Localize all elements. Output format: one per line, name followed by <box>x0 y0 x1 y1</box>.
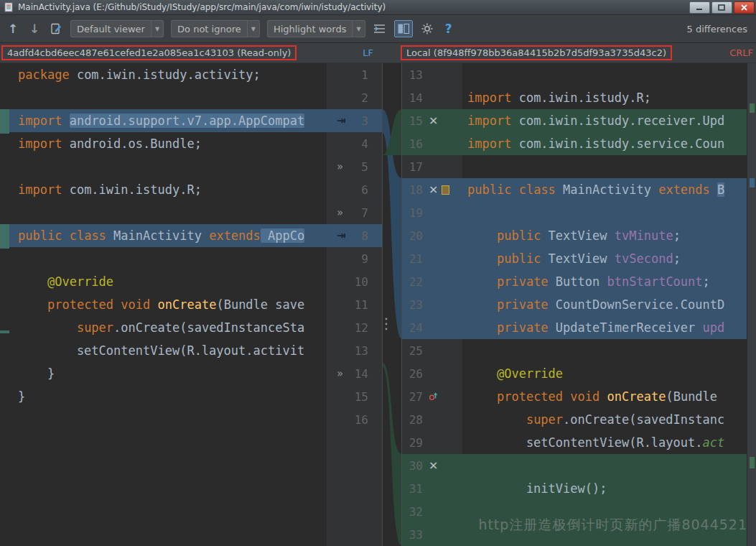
left-line-separator-badge[interactable]: LF <box>363 47 373 58</box>
code-token: protected <box>47 297 113 312</box>
code-line[interactable]: setContentView(R.layout.activit <box>10 339 327 362</box>
code-line[interactable]: protected void onCreate(Bundle save <box>10 293 327 316</box>
maximize-button[interactable] <box>711 1 732 14</box>
code-token: .onCreate(savedInstanceSta <box>113 320 304 335</box>
left-editor[interactable]: package com.iwin.istudy.activity;import … <box>10 63 327 431</box>
close-icon[interactable]: × <box>429 115 438 126</box>
code-token: initView(); <box>467 481 607 496</box>
code-token: import <box>467 91 511 105</box>
code-token: onCreate <box>158 297 217 312</box>
code-token: import <box>467 114 511 128</box>
gutter-row: »5 <box>327 155 382 178</box>
code-token: void <box>121 297 150 312</box>
code-line[interactable]: public TextView tvMinute; <box>462 224 747 247</box>
line-number: 14 <box>355 367 368 381</box>
code-token: setContentView(R.layout.activit <box>18 343 304 358</box>
help-icon[interactable]: ? <box>442 20 456 37</box>
code-line[interactable]: public class MainActivity extends B <box>462 178 747 201</box>
line-number: 7 <box>361 206 368 220</box>
apply-change-icon[interactable]: ⇥ <box>337 229 346 242</box>
code-line[interactable]: import com.iwin.istudy.receiver.Upd <box>462 109 747 132</box>
code-line[interactable]: private UpdateTimerReceiver upd <box>462 316 747 339</box>
code-line[interactable] <box>10 247 327 270</box>
code-token: import <box>467 136 511 151</box>
code-line[interactable]: import android.support.v7.app.AppCompat <box>10 109 327 132</box>
next-difference-button[interactable]: ↓ <box>27 20 42 37</box>
diff-window: MainActivity.java (E:/Github/iStudy/IStu… <box>0 0 756 546</box>
code-token: ; <box>703 274 710 289</box>
close-button[interactable] <box>734 1 755 14</box>
code-line[interactable]: import android.os.Bundle; <box>10 132 327 155</box>
fold-marker-icon[interactable]: » <box>337 367 343 380</box>
code-line[interactable] <box>462 454 747 477</box>
settings-gear-icon[interactable] <box>420 20 434 37</box>
toolbar: ↑ ↓ Default viewer ▼ Do not ignore ▼ Hig… <box>0 15 756 43</box>
error-stripe-mark[interactable] <box>750 457 755 468</box>
change-marker <box>0 109 9 134</box>
code-line[interactable] <box>462 339 747 362</box>
code-line[interactable]: super.onCreate(savedInstanceSta <box>10 316 327 339</box>
right-line-separator-badge[interactable]: CRLF <box>729 47 753 58</box>
code-line[interactable] <box>462 201 747 224</box>
close-icon[interactable]: × <box>429 460 438 471</box>
code-line[interactable]: initView(); <box>462 477 747 500</box>
gutter-row: 20 <box>402 224 462 247</box>
edit-source-icon[interactable] <box>49 20 63 37</box>
two-panels-toggle-icon[interactable] <box>394 20 413 37</box>
gutter-row: 28 <box>402 408 462 431</box>
line-number: 31 <box>406 482 423 496</box>
viewer-select[interactable]: Default viewer ▼ <box>70 20 164 37</box>
collapse-unchanged-icon[interactable] <box>373 20 387 37</box>
code-line[interactable]: @Override <box>10 270 327 293</box>
diff-connector-strip <box>382 63 402 546</box>
code-token: TextView <box>541 228 614 243</box>
code-line[interactable]: } <box>10 385 327 408</box>
code-line[interactable]: package com.iwin.istudy.activity; <box>10 63 327 86</box>
gutter-row: 9 <box>327 247 382 270</box>
gutter-row: 22 <box>402 270 462 293</box>
code-line[interactable] <box>462 155 747 178</box>
code-line[interactable] <box>10 201 327 224</box>
code-line[interactable]: import com.iwin.istudy.R; <box>462 86 747 109</box>
chevron-down-icon: ▼ <box>247 21 259 37</box>
override-marker-icon[interactable] <box>429 390 438 404</box>
code-line[interactable] <box>462 63 747 86</box>
right-editor[interactable]: import com.iwin.istudy.R;import com.iwin… <box>462 63 747 546</box>
code-token: ; <box>673 228 681 243</box>
line-number: 23 <box>406 298 423 312</box>
code-line[interactable] <box>10 408 327 431</box>
left-file-header: 4adfd4cbd6eec487e61cefed1e2a085ea1c43103… <box>0 45 382 60</box>
code-line[interactable] <box>10 86 327 109</box>
code-line[interactable]: import com.iwin.istudy.service.Coun <box>462 132 747 155</box>
minimize-button[interactable] <box>689 1 710 14</box>
code-line[interactable]: private CountDownService.CountD <box>462 293 747 316</box>
code-line[interactable]: protected void onCreate(Bundle <box>462 385 747 408</box>
error-stripe-mark[interactable] <box>750 103 755 113</box>
line-number: 26 <box>406 367 423 381</box>
code-line[interactable]: super.onCreate(savedInstanc <box>462 408 747 431</box>
code-line[interactable]: } <box>10 362 327 385</box>
code-line[interactable]: public TextView tvSecond; <box>462 247 747 270</box>
code-line[interactable] <box>10 155 327 178</box>
code-line[interactable]: private Button btnStartCount; <box>462 270 747 293</box>
ignore-policy-select[interactable]: Do not ignore ▼ <box>171 20 260 37</box>
line-number: 9 <box>361 252 368 266</box>
code-line[interactable]: public class MainActivity extends AppCo <box>10 224 327 247</box>
highlight-policy-select[interactable]: Highlight words ▼ <box>267 20 365 37</box>
apply-change-icon[interactable]: ⇥ <box>337 114 346 127</box>
gutter-row: ⇥3 <box>327 109 382 132</box>
error-stripe-mark[interactable] <box>750 178 755 188</box>
document-icon[interactable] <box>442 185 449 195</box>
fold-marker-icon[interactable]: » <box>337 206 343 219</box>
code-line[interactable]: @Override <box>462 362 747 385</box>
code-token: private <box>497 320 549 335</box>
fold-marker-icon[interactable]: » <box>337 160 343 173</box>
code-line[interactable]: setContentView(R.layout.act <box>462 431 747 454</box>
error-stripe <box>747 63 756 546</box>
code-line[interactable]: import com.iwin.istudy.R; <box>10 178 327 201</box>
gutter-row: 21 <box>402 247 462 270</box>
close-icon[interactable]: × <box>429 184 438 195</box>
code-token: ; <box>673 251 681 266</box>
code-token: (Bundle save <box>216 297 304 312</box>
previous-difference-button[interactable]: ↑ <box>6 20 20 37</box>
